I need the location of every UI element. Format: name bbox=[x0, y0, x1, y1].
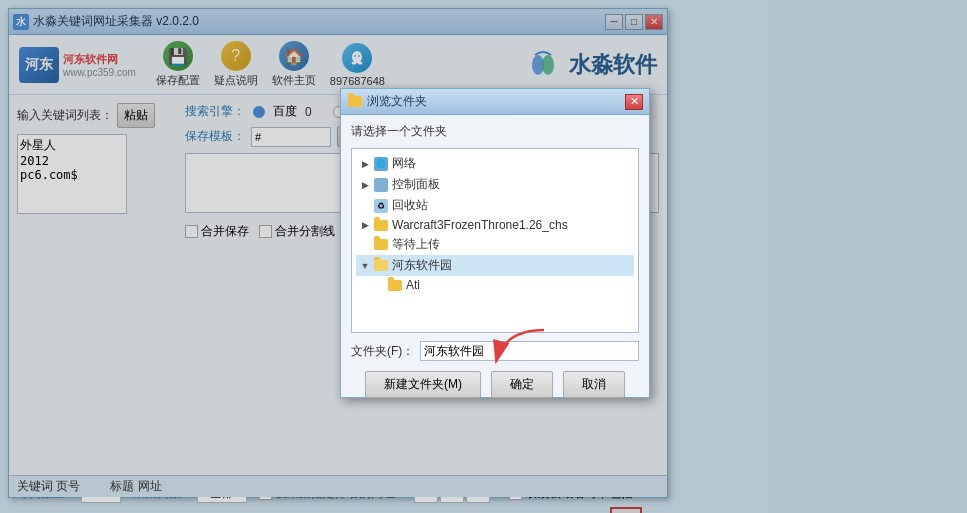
folder-field-label: 文件夹(F)： bbox=[351, 343, 414, 360]
hedong-folder-icon bbox=[374, 260, 388, 271]
tree-label-upload: 等待上传 bbox=[392, 236, 440, 253]
tree-item-control-panel[interactable]: ▶ 控制面板 bbox=[356, 174, 634, 195]
tree-arrow-network: ▶ bbox=[360, 159, 370, 169]
folder-name-row: 文件夹(F)： bbox=[341, 337, 649, 365]
tree-label-recycle: 回收站 bbox=[392, 197, 428, 214]
tree-item-recycle[interactable]: ♻ 回收站 bbox=[356, 195, 634, 216]
tree-item-network[interactable]: ▶ 🌐 网络 bbox=[356, 153, 634, 174]
tree-arrow-hedong: ▼ bbox=[360, 261, 370, 271]
ok-button[interactable]: 确定 bbox=[491, 371, 553, 398]
upload-folder-icon bbox=[374, 239, 388, 250]
tree-label-network: 网络 bbox=[392, 155, 416, 172]
tree-item-hedong-sub[interactable]: Ati bbox=[370, 276, 634, 294]
cancel-button[interactable]: 取消 bbox=[563, 371, 625, 398]
tree-label-control-panel: 控制面板 bbox=[392, 176, 440, 193]
new-folder-button[interactable]: 新建文件夹(M) bbox=[365, 371, 481, 398]
tree-label-hedong: 河东软件园 bbox=[392, 257, 452, 274]
network-icon: 🌐 bbox=[374, 157, 388, 171]
dialog-title-bar: 浏览文件夹 ✕ bbox=[341, 89, 649, 115]
tree-item-hedong[interactable]: ▼ 河东软件园 bbox=[356, 255, 634, 276]
recycle-icon: ♻ bbox=[374, 199, 388, 213]
tree-item-upload[interactable]: 等待上传 bbox=[356, 234, 634, 255]
dialog-buttons: 新建文件夹(M) 确定 取消 bbox=[341, 365, 649, 404]
dialog-close-button[interactable]: ✕ bbox=[625, 94, 643, 110]
folder-tree[interactable]: ▶ 🌐 网络 ▶ 控制面板 ♻ 回收站 ▶ Warcraft3FrozenThr… bbox=[351, 148, 639, 333]
tree-arrow-control: ▶ bbox=[360, 180, 370, 190]
warcraft-folder-icon bbox=[374, 220, 388, 231]
dialog-title: 浏览文件夹 bbox=[367, 93, 625, 110]
tree-item-warcraft[interactable]: ▶ Warcraft3FrozenThrone1.26_chs bbox=[356, 216, 634, 234]
dialog-instruction-text: 请选择一个文件夹 bbox=[351, 124, 447, 138]
control-panel-icon bbox=[374, 178, 388, 192]
dialog-instruction: 请选择一个文件夹 bbox=[341, 115, 649, 144]
tree-label-warcraft: Warcraft3FrozenThrone1.26_chs bbox=[392, 218, 568, 232]
hedong-sub-folder-icon bbox=[388, 280, 402, 291]
tree-label-hedong-sub: Ati bbox=[406, 278, 420, 292]
tree-arrow-warcraft: ▶ bbox=[360, 220, 370, 230]
dialog-title-icon bbox=[347, 94, 363, 110]
browse-folder-dialog: 浏览文件夹 ✕ 请选择一个文件夹 ▶ 🌐 网络 ▶ 控制面板 ♻ 回收站 ▶ W… bbox=[340, 88, 650, 398]
folder-value-input[interactable] bbox=[420, 341, 639, 361]
folder-icon bbox=[348, 96, 362, 107]
